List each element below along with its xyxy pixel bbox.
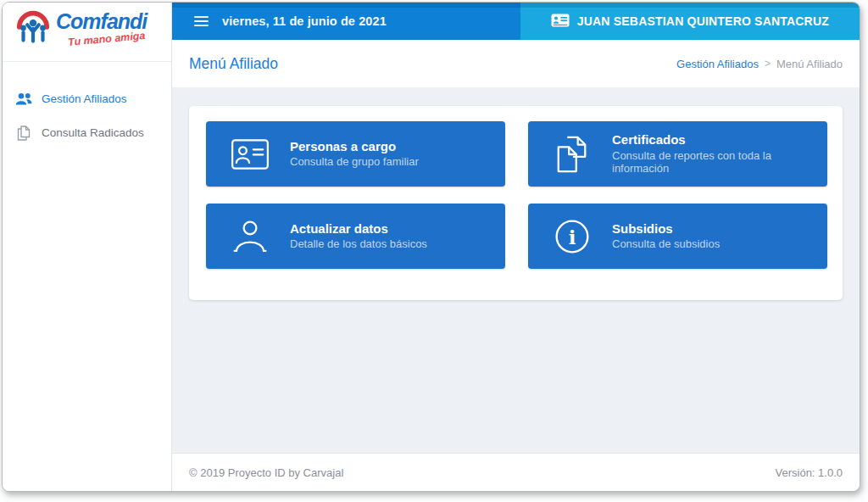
breadcrumb: Gestión Afiliados > Menú Afiliado [676, 58, 843, 70]
sidebar: Comfandi Tu mano amiga Gestión Afiliados [3, 3, 172, 491]
card-subsidios[interactable]: i Subsidios Consulta de subsidios [528, 204, 827, 269]
topbar-left: viernes, 11 de junio de 2021 [172, 3, 520, 40]
main-area: viernes, 11 de junio de 2021 [172, 3, 860, 491]
documents-icon [15, 126, 32, 141]
info-circle-icon: i [552, 218, 593, 255]
footer-copyright: © 2019 Proyecto ID by Carvajal [189, 466, 343, 479]
users-icon [15, 92, 32, 107]
brand-logo[interactable]: Comfandi Tu mano amiga [3, 3, 171, 62]
svg-text:i: i [569, 226, 576, 248]
card-subtitle: Detalle de los datos básicos [290, 238, 427, 251]
card-title: Certificados [612, 132, 827, 147]
card-title: Subsidios [612, 221, 720, 236]
person-outline-icon [230, 217, 270, 256]
topbar-user-section: JUAN SEBASTIAN QUINTERO SANTACRUZ [520, 3, 860, 40]
sidebar-nav: Gestión Afiliados Consulta Radicados [3, 62, 171, 150]
subheader: Menú Afiliado Gestión Afiliados > Menú A… [172, 40, 860, 87]
menu-panel: Personas a cargo Consulta de grupo famil… [189, 106, 843, 300]
sidebar-item-gestion-afiliados[interactable]: Gestión Afiliados [3, 82, 171, 116]
breadcrumb-parent-link[interactable]: Gestión Afiliados [676, 58, 759, 70]
breadcrumb-current: Menú Afiliado [776, 58, 843, 70]
card-personas-a-cargo[interactable]: Personas a cargo Consulta de grupo famil… [206, 121, 505, 187]
footer: © 2019 Proyecto ID by Carvajal Versión: … [172, 453, 860, 491]
app-window: Comfandi Tu mano amiga Gestión Afiliados [2, 2, 860, 492]
card-title: Actualizar datos [290, 221, 427, 236]
id-badge-icon [230, 138, 270, 170]
card-title: Personas a cargo [290, 139, 419, 153]
footer-version: Versión: 1.0.0 [776, 466, 843, 479]
brand-name: Comfandi [56, 10, 147, 32]
sidebar-item-consulta-radicados[interactable]: Consulta Radicados [3, 116, 171, 150]
id-card-icon [551, 14, 570, 30]
card-subtitle: Consulta de grupo familiar [290, 156, 419, 169]
card-subtitle: Consulta de reportes con toda la informa… [612, 150, 827, 176]
page-title: Menú Afiliado [189, 55, 278, 73]
content-area: Personas a cargo Consulta de grupo famil… [172, 87, 860, 453]
user-menu[interactable]: JUAN SEBASTIAN QUINTERO SANTACRUZ [551, 14, 829, 30]
hamburger-icon[interactable] [192, 13, 210, 30]
card-actualizar-datos[interactable]: Actualizar datos Detalle de los datos bá… [206, 204, 505, 269]
topbar-date: viernes, 11 de junio de 2021 [222, 14, 387, 28]
user-name: JUAN SEBASTIAN QUINTERO SANTACRUZ [577, 14, 829, 28]
breadcrumb-separator: > [765, 58, 771, 70]
card-certificados[interactable]: Certificados Consulta de reportes con to… [528, 121, 827, 187]
sidebar-item-label: Consulta Radicados [42, 127, 144, 139]
card-grid: Personas a cargo Consulta de grupo famil… [206, 121, 827, 269]
copy-documents-icon [552, 135, 593, 174]
topbar: viernes, 11 de junio de 2021 [172, 3, 860, 40]
comfandi-family-arch-icon [14, 10, 53, 53]
card-subtitle: Consulta de subsidios [612, 238, 720, 251]
sidebar-item-label: Gestión Afiliados [42, 93, 127, 105]
